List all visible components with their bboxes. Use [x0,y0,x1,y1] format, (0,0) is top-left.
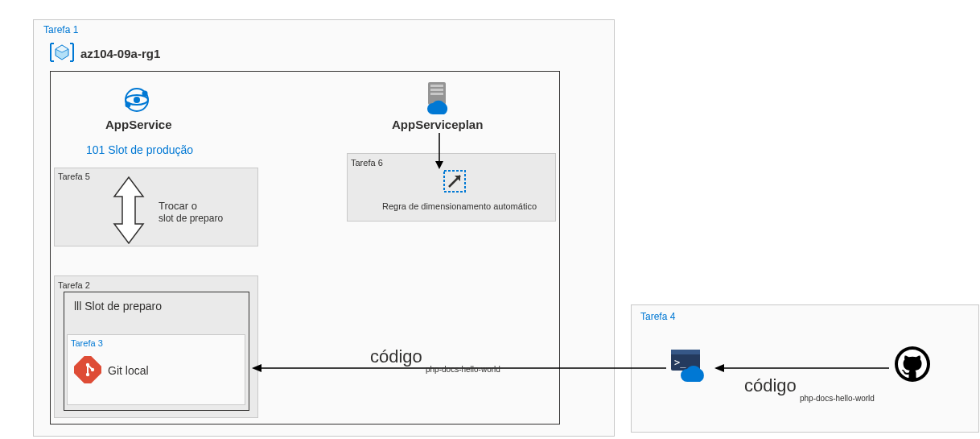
svg-rect-15 [430,85,443,87]
task5-label: Tarefa 5 [58,172,90,181]
git-icon [74,356,101,387]
svg-rect-16 [430,89,443,91]
task6-label: Tarefa 6 [351,158,383,168]
svg-text:>_: >_ [674,357,686,368]
resource-group-title: az104-09a-rg1 [80,47,160,60]
task1-label: Tarefa 1 [43,24,78,35]
code-repo-right: php-docs-hello-world [800,394,875,403]
svg-point-5 [142,91,148,97]
appservice-title: AppService [105,118,172,131]
task4-label: Tarefa 4 [640,311,675,322]
swap-arrow-icon [111,176,146,248]
git-local-label: Git local [108,364,149,377]
slot-preparo-label: lll Slot de preparo [74,300,162,313]
svg-rect-24 [671,350,700,354]
code-label-left: código [370,346,422,367]
slot-producao-label: 101 Slot de produção [86,143,193,156]
cloudshell-icon: >_ [669,348,708,387]
autoscale-rule-label: Regra de dimensionamento automático [382,201,537,211]
svg-point-4 [134,97,140,103]
svg-marker-7 [114,177,143,243]
code-label-right: código [744,375,797,396]
swap-text-line2: slot de preparo [159,213,223,224]
task3-label: Tarefa 3 [71,338,103,348]
appserviceplan-title: AppServiceplan [392,118,483,131]
appserviceplan-icon [420,81,454,118]
resource-group-icon [47,40,76,68]
swap-text-line1: Trocar o [159,200,197,212]
appservice-icon [121,85,153,118]
task2-label: Tarefa 2 [58,280,90,290]
github-icon [893,345,932,387]
code-repo-left: php-docs-hello-world [426,365,500,374]
svg-rect-17 [430,93,443,95]
svg-point-6 [126,102,131,108]
autoscale-icon [443,169,467,197]
